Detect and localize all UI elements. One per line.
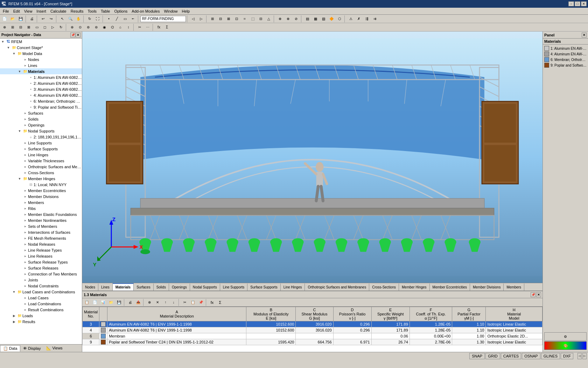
tb-d5[interactable]: ⬡ (336, 15, 343, 22)
status-btn-dxf[interactable]: DXF (561, 353, 573, 359)
nav-tab-views[interactable]: 📐 Views (43, 345, 65, 351)
tab-member-divisions[interactable]: Member Divisions (470, 283, 504, 291)
tree-item-member-elastic[interactable]: ▸Member Elastic Foundations (0, 211, 82, 217)
tb2-11[interactable]: ⊚ (84, 24, 92, 31)
tree-item-surface-release-types[interactable]: ▸Surface Release Types (0, 259, 82, 265)
status-btn-osnap[interactable]: OSNAP (522, 353, 540, 359)
tree-item-surface-supports[interactable]: ▸Surface Supports (0, 146, 82, 152)
tab-surfaces[interactable]: Surfaces (134, 283, 153, 291)
menu-addon[interactable]: Add-on Modules (130, 8, 162, 14)
tb-e2[interactable]: ✗ (355, 15, 363, 22)
table-row[interactable]: 3 Aluminum EN AW-6082 T6 | ENV 1999-1-1:… (83, 321, 542, 327)
tb2-12[interactable]: ⊜ (92, 24, 100, 31)
menu-tools[interactable]: Tools (85, 8, 99, 14)
tb2-5[interactable]: ▭ (33, 24, 41, 31)
status-btn-grid[interactable]: GRID (485, 353, 500, 359)
tree-item-mat1[interactable]: ▪1: Aluminum EN AW-6082 T6 | (0, 74, 82, 80)
dt-1[interactable]: 📋 (83, 299, 91, 306)
table-row[interactable]: 4 Aluminum EN AW-6082 T6 | ENV 1999-1-1:… (83, 327, 542, 333)
tb-c3[interactable]: ⊘ (292, 15, 300, 22)
tb2-7[interactable]: ▷ (49, 24, 57, 31)
menu-view[interactable]: View (22, 8, 35, 14)
tb-member[interactable]: ╾ (129, 15, 137, 22)
tb2-18[interactable]: ⋯ (144, 24, 152, 31)
dt-8[interactable]: ⊕ (146, 299, 153, 306)
status-btn-snap[interactable]: SNAP (469, 353, 485, 359)
tree-item-ortho-surf[interactable]: ▸Orthotropic Surfaces and Membra (0, 164, 82, 170)
menu-file[interactable]: File (1, 8, 11, 14)
tree-item-fe-mesh[interactable]: ▸FE Mesh Refinements (0, 235, 82, 241)
dt-7[interactable]: 📤 (134, 299, 142, 306)
tab-nodal-supports[interactable]: Nodal Supports (190, 283, 220, 291)
tb-d4[interactable]: 🔶 (328, 15, 335, 22)
tb-e4[interactable]: ⇉ (371, 15, 379, 22)
tree-item-surface-releases[interactable]: ▸Surface Releases (0, 265, 82, 271)
tree-item-concert[interactable]: ▼📁Concert Stage* (0, 45, 82, 50)
menu-table[interactable]: Table (99, 8, 112, 14)
tree-item-member-div[interactable]: ▸Member Divisions (0, 193, 82, 199)
dt-11[interactable]: ↓ (170, 299, 177, 306)
tree-item-ns1[interactable]: ⏚2: 188,190,191,194,196,197,199, (0, 134, 82, 140)
tree-item-surfaces[interactable]: ▸Surfaces (0, 110, 82, 116)
tb-b6[interactable]: ⬚ (249, 15, 257, 22)
nav-tab-data[interactable]: 📋 Data (0, 345, 20, 352)
tree-item-cross-sections[interactable]: ▸Cross-Sections (0, 170, 82, 176)
tab-materials[interactable]: Materials (113, 283, 134, 291)
tb-zoom[interactable]: 🔍 (66, 15, 74, 22)
tb-surface[interactable]: ▭ (121, 15, 129, 22)
table-row[interactable]: 9 Poplar and Softwood Timber C24 | DIN E… (83, 339, 542, 345)
tb-new[interactable]: 📄 (1, 15, 8, 22)
tb2-1[interactable]: ⊕ (1, 24, 8, 31)
tree-item-line-release-types[interactable]: ▸Line Release Types (0, 247, 82, 253)
tree-item-mat6[interactable]: ▪6: Membran; Orthotropic Elast (0, 98, 82, 104)
tb-d3[interactable]: ▧ (320, 15, 327, 22)
dt-14[interactable]: 📌 (197, 299, 205, 306)
tree-item-solids[interactable]: ▸Solids (0, 116, 82, 122)
tab-member-hinges[interactable]: Member Hinges (399, 283, 430, 291)
tab-members[interactable]: Members (504, 283, 524, 291)
tab-line-hinges[interactable]: Line Hinges (281, 283, 305, 291)
tab-line-supports[interactable]: Line Supports (220, 283, 248, 291)
tree-item-loads[interactable]: ▶📁Loads (0, 313, 82, 319)
tb-node[interactable]: • (105, 15, 113, 22)
tb2-9[interactable]: ⊛ (68, 24, 76, 31)
tree-item-openings[interactable]: ▸Openings (0, 122, 82, 128)
tb-b1[interactable]: ⊞ (209, 15, 216, 22)
tb2-17[interactable]: ✂ (136, 24, 144, 31)
menu-results[interactable]: Results (69, 8, 86, 14)
menu-options[interactable]: Options (112, 8, 130, 14)
tb-pan[interactable]: ✋ (75, 15, 82, 22)
tab-lines[interactable]: Lines (98, 283, 113, 291)
dt-2[interactable]: 📄 (91, 299, 99, 306)
tb-b7[interactable]: ⊟ (257, 15, 265, 22)
tree-item-materials[interactable]: ▼📁Materials (0, 68, 82, 74)
tree-item-nodes[interactable]: ▸Nodes (0, 56, 82, 62)
tree-item-mat4[interactable]: ▪4: Aluminum EN AW-6082 T6 | (0, 92, 82, 98)
tree-item-mat2[interactable]: ▪2: Aluminum EN AW-6082 T6 | (0, 80, 82, 86)
menu-insert[interactable]: Insert (34, 8, 48, 14)
tab-openings[interactable]: Openings (169, 283, 190, 291)
tree-item-member-ecc[interactable]: ▸Member Eccentricities (0, 188, 82, 193)
right-panel-close[interactable]: ✕ (582, 33, 587, 38)
tb2-20[interactable]: Σ (163, 24, 171, 31)
menu-help[interactable]: Help (180, 8, 192, 14)
status-btn-cartes[interactable]: CARTES (501, 353, 521, 359)
tree-item-joints[interactable]: ▸Joints (0, 277, 82, 283)
tree-item-var-thick[interactable]: ▸Variable Thicknesses (0, 158, 82, 164)
dt-fx[interactable]: fx (208, 299, 216, 306)
tree-item-nodal-supports[interactable]: ▼📁Nodal Supports (0, 128, 82, 134)
tb-d2[interactable]: ▦ (312, 15, 319, 22)
tb-select[interactable]: ↖ (58, 15, 66, 22)
tb-e1[interactable]: ⚠ (347, 15, 355, 22)
tab-surface-supports[interactable]: Surface Supports (247, 283, 280, 291)
tb-d1[interactable]: ▤ (303, 15, 311, 22)
dt-9[interactable]: ✕ (154, 299, 161, 306)
tree-item-member-nonlin[interactable]: ▸Member Nonlinearities (0, 217, 82, 223)
scroll-left[interactable]: ◁ (578, 353, 582, 359)
tb-prev[interactable]: ◁ (189, 15, 197, 22)
tree-item-intersect[interactable]: ▸Intersections of Surfaces (0, 229, 82, 235)
tb-redo[interactable]: ↪ (47, 15, 55, 22)
tb-b5[interactable]: ⌗ (241, 15, 248, 22)
tb-fit[interactable]: ⛶ (94, 15, 102, 22)
tb2-6[interactable]: ◻ (41, 24, 49, 31)
